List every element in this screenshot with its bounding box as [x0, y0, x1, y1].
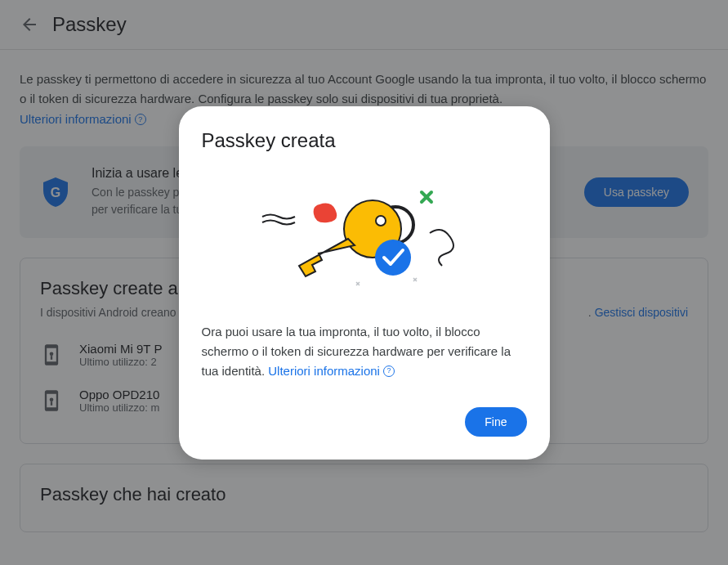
- modal-title: Passkey creata: [202, 129, 527, 152]
- svg-point-5: [376, 216, 386, 226]
- modal-text: Ora puoi usare la tua impronta, il tuo v…: [202, 322, 527, 381]
- modal-learn-more-label: Ulteriori informazioni: [268, 361, 380, 381]
- key-illustration: [202, 172, 527, 303]
- help-icon: ?: [383, 365, 395, 377]
- fine-button[interactable]: Fine: [465, 407, 526, 437]
- modal-actions: Fine: [202, 407, 527, 437]
- modal-learn-more-link[interactable]: Ulteriori informazioni ?: [268, 361, 395, 381]
- svg-point-6: [375, 240, 411, 276]
- passkey-created-modal: Passkey creata: [179, 106, 550, 460]
